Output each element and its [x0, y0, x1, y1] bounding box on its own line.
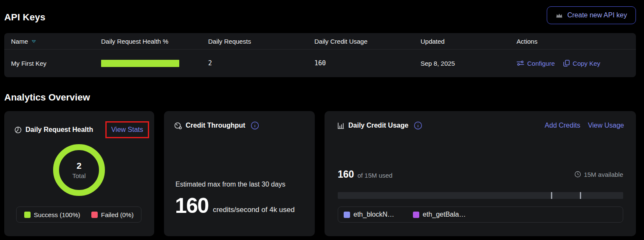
- throughput-card-title: Credit Throughput: [186, 122, 245, 129]
- info-icon[interactable]: [414, 121, 422, 130]
- credits-used-suffix: of 15M used: [357, 172, 393, 179]
- copy-icon: [563, 60, 570, 67]
- view-stats-link[interactable]: View Stats: [111, 126, 143, 133]
- eth-blocknumber-swatch: [344, 212, 350, 218]
- throughput-subtitle: Estimated max from the last 30 days: [175, 181, 285, 188]
- info-icon[interactable]: [251, 121, 259, 130]
- sort-chevron-down-icon: [31, 40, 36, 43]
- legend-item-eth-getbalance: eth_getBala…: [413, 211, 466, 218]
- api-keys-dashboard: API Keys Create new API key Name Daily R…: [0, 0, 644, 240]
- view-usage-link[interactable]: View Usage: [588, 122, 624, 129]
- success-label: Success (100%): [34, 211, 80, 218]
- table-row: My First Key 2 160 Sep 8, 2025 Configure: [4, 50, 636, 77]
- column-header-name-label: Name: [11, 38, 28, 45]
- annotation-highlight-box: View Stats: [105, 121, 149, 138]
- analytics-cards: Daily Request Health View Stats 2 Total …: [4, 111, 636, 236]
- credit-usage-progress-bar: [338, 192, 623, 199]
- health-card-title: Daily Request Health: [25, 126, 93, 134]
- table-header-row: Name Daily Request Health % Daily Reques…: [4, 33, 636, 50]
- column-header-updated: Updated: [421, 38, 517, 45]
- credits-available: 15M available: [574, 171, 623, 178]
- column-header-credit-usage: Daily Credit Usage: [314, 38, 421, 45]
- page-title: API Keys: [4, 12, 45, 23]
- usage-card-title: Daily Credit Usage: [348, 122, 408, 129]
- daily-credit-usage-card: Daily Credit Usage Add Credits View Usag…: [325, 111, 636, 236]
- column-header-name[interactable]: Name: [11, 38, 101, 45]
- eth-getbalance-swatch: [413, 212, 419, 218]
- usage-stats-row: 160 of 15M used 15M available: [338, 169, 623, 180]
- daily-requests-cell: 2: [208, 59, 314, 67]
- column-header-actions: Actions: [517, 38, 636, 45]
- health-bar-cell: [101, 60, 208, 67]
- donut-total-label: Total: [72, 172, 86, 179]
- clock-icon: [574, 171, 581, 178]
- crown-icon: [556, 12, 563, 19]
- health-bar: [101, 60, 179, 67]
- failed-label: Failed (0%): [101, 211, 134, 218]
- updated-cell: Sep 8, 2025: [421, 60, 517, 67]
- create-api-key-label: Create new API key: [567, 11, 627, 19]
- eth-blocknumber-label: eth_blockN…: [353, 211, 394, 218]
- failed-swatch: [91, 212, 98, 218]
- health-legend: Success (100%) Failed (0%): [16, 207, 141, 223]
- eth-getbalance-label: eth_getBala…: [423, 211, 466, 218]
- api-keys-table: Name Daily Request Health % Daily Reques…: [4, 33, 636, 77]
- legend-item-failed: Failed (0%): [91, 211, 134, 218]
- usage-card-header: Daily Credit Usage Add Credits View Usag…: [325, 111, 636, 130]
- throughput-value-row: 160 credits/second of 4k used: [175, 195, 295, 216]
- usage-marker: [580, 192, 581, 199]
- legend-item-eth-blocknumber: eth_blockN…: [344, 211, 394, 218]
- actions-cell: Configure Copy Key: [517, 60, 636, 67]
- column-header-requests: Daily Requests: [208, 38, 314, 45]
- copy-key-label: Copy Key: [573, 60, 600, 67]
- bar-chart-icon: [337, 122, 345, 129]
- donut-total-value: 2: [76, 161, 82, 171]
- gauge-icon: [174, 122, 182, 129]
- sliders-icon: [517, 60, 524, 66]
- create-api-key-button[interactable]: Create new API key: [547, 6, 636, 24]
- credits-used-value: 160: [338, 169, 354, 180]
- pie-chart-icon: [14, 126, 22, 134]
- health-card-header: Daily Request Health View Stats: [4, 111, 154, 138]
- daily-request-health-card: Daily Request Health View Stats 2 Total …: [4, 111, 154, 236]
- configure-link[interactable]: Configure: [517, 60, 555, 67]
- legend-item-success: Success (100%): [24, 211, 80, 218]
- credits-available-label: 15M available: [584, 171, 623, 178]
- throughput-card-header: Credit Throughput: [164, 111, 315, 130]
- copy-key-link[interactable]: Copy Key: [563, 60, 600, 67]
- daily-credit-usage-cell: 160: [314, 59, 421, 67]
- analytics-overview-title: Analytics Overview: [4, 92, 90, 103]
- credit-throughput-card: Credit Throughput Estimated max from the…: [164, 111, 315, 236]
- usage-legend: eth_blockN… eth_getBala…: [338, 207, 623, 223]
- add-credits-link[interactable]: Add Credits: [545, 122, 580, 129]
- key-name-cell: My First Key: [11, 60, 101, 67]
- success-swatch: [24, 212, 31, 218]
- request-health-donut-chart: 2 Total: [53, 144, 105, 196]
- usage-marker: [551, 192, 552, 199]
- column-header-health: Daily Request Health %: [101, 38, 208, 45]
- throughput-unit: credits/second of 4k used: [213, 206, 295, 216]
- usage-card-links: Add Credits View Usage: [545, 122, 624, 129]
- configure-label: Configure: [527, 60, 555, 67]
- throughput-value: 160: [175, 195, 209, 216]
